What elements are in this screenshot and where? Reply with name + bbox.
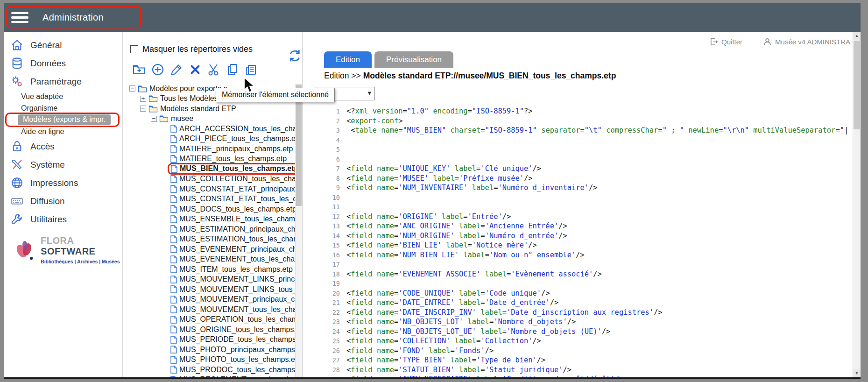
line-number: 28: [303, 365, 346, 375]
models-tree-panel: Masquer les répertoires vides −Modèles p…: [122, 32, 303, 377]
tree-node-label: Modèles standard ETP: [160, 105, 236, 113]
sidebar-item-utilitaires[interactable]: Utilitaires: [4, 210, 122, 228]
line-number: 17: [303, 260, 346, 269]
copy-button[interactable]: [226, 63, 240, 77]
tree-node-mus-mouvement-links-tous-les[interactable]: MUS_MOUVEMENT_LINKS_tous_les_...: [123, 284, 295, 295]
chevron-down-icon: ▾: [367, 89, 371, 97]
sidebar-item-parametrage[interactable]: Paramétrage: [4, 72, 122, 91]
sidebar-subitem-modeles-exports-impr[interactable]: Modèles (exports & impr.: [4, 114, 122, 126]
tooltip: Mémoriser l'élément sélectionné: [216, 88, 335, 102]
tree-node-mus-estimation-principaux-cham[interactable]: MUS_ESTIMATION_principaux_cham...: [123, 224, 295, 234]
folder-icon: [138, 85, 147, 92]
tab-edition[interactable]: Edition: [324, 51, 372, 68]
tree-node-mus-bien-tous-les-champs-etp[interactable]: MUS_BIEN_tous_les_champs.etp: [123, 164, 295, 174]
editor-scrollbar[interactable]: ▲ ▼: [853, 32, 861, 377]
file-icon: [170, 356, 177, 364]
scroll-up-icon[interactable]: ▲: [853, 32, 861, 40]
delete-button[interactable]: [188, 63, 202, 77]
paste-button[interactable]: [244, 63, 258, 77]
brand-flora: FLORA: [41, 235, 74, 246]
sidebar-subitem-vue-adaptee[interactable]: Vue adaptée: [4, 91, 122, 102]
tree-node-mus-reglement-tous-les-champs[interactable]: MUS_REGLEMENT_tous_les_champs...: [123, 375, 295, 378]
tree-node-mus-photo-tous-les-champs-etp[interactable]: MUS_PHOTO_tous_les_champs.etp: [123, 355, 295, 365]
collapse-icon[interactable]: −: [129, 85, 135, 92]
tree-node-mus-ensemble-tous-les-champs-etp[interactable]: MUS_ENSEMBLE_tous_les_champs.etp: [123, 214, 295, 225]
line-number: 27: [303, 355, 346, 365]
code-line: 13<field name='ANC_ORIGINE' label='Ancie…: [303, 221, 853, 231]
code-text: <field name='CODE_UNIQUE' label='Code un…: [346, 289, 550, 298]
edit-button[interactable]: [169, 63, 183, 77]
tree-node-mus-periode-tous-les-champs-etp[interactable]: MUS_PERIODE_tous_les_champs.etp: [123, 335, 295, 345]
scroll-down-icon[interactable]: ▼: [853, 369, 861, 377]
tree-node-mus-collection-tous-les-champs[interactable]: MUS_COLLECTION_tous_les_champs...: [123, 174, 295, 184]
tree-node-matiere-principaux-champs-etp[interactable]: MATIERE_principaux_champs.etp: [123, 144, 295, 154]
tree-node-label: MUS_REGLEMENT_tous_les_champs...: [179, 375, 295, 377]
code-text: <table name="MUS_BIEN" charset="ISO-8859…: [346, 126, 848, 135]
tree-node-mus-evenement-tous-les-champs[interactable]: MUS_EVENEMENT_tous_les_champs....: [123, 255, 295, 265]
quit-button[interactable]: Quitter: [709, 37, 742, 46]
tree-scrollbar[interactable]: [295, 84, 302, 377]
add-button[interactable]: [151, 63, 165, 77]
collapse-icon[interactable]: −: [151, 116, 157, 122]
code-editor[interactable]: 1<?xml version="1.0" encoding="ISO-8859-…: [303, 106, 853, 377]
tree-node-matiere-tous-les-champs-etp[interactable]: MATIERE_tous_les_champs.etp: [123, 154, 295, 164]
tree-scrollbar-thumb[interactable]: [296, 85, 302, 206]
tree-node-label: MUS_MOUVEMENT_tous_les_champ...: [179, 305, 295, 314]
cut-button[interactable]: [207, 63, 221, 77]
sidebar-item-diffusion[interactable]: Diffusion: [4, 192, 122, 210]
tree-node-mus-estimation-tous-les-champs[interactable]: MUS_ESTIMATION_tous_les_champs....: [123, 234, 295, 245]
tab-previsualisation[interactable]: Prévisualisation: [374, 51, 453, 68]
brand-tagline: Bibliothèques | Archives | Musées: [41, 259, 122, 264]
tree-node-label: MUS_PHOTO_tous_les_champs.etp: [179, 355, 295, 364]
tree-node-mus-prodoc-tous-les-champs-etp[interactable]: MUS_PRODOC_tous_les_champs.etp: [123, 365, 295, 375]
user-menu[interactable]: Musée v4 ADMINISTRA: [763, 37, 850, 46]
tree-node-label: MUS_COLLECTION_tous_les_champs...: [179, 175, 295, 183]
tree-node-mus-photo-principaux-champs-etp[interactable]: MUS_PHOTO_principaux_champs.etp: [123, 345, 295, 355]
sidebar-item-general[interactable]: Général: [4, 36, 122, 54]
line-number: 15: [303, 241, 346, 250]
tree-node-arch-accession-tous-les-champs[interactable]: ARCH_ACCESSION_tous_les_champs...: [123, 124, 295, 134]
expand-icon[interactable]: +: [140, 96, 146, 102]
logo-text: FLORA SOFTWARE Bibliothèques | Archives …: [41, 235, 122, 264]
tree-node-mus-docs-tous-les-champs-etp[interactable]: MUS_DOCS_tous_les_champs.etp: [123, 204, 295, 214]
tree-node-mus-evenement-principaux-cham[interactable]: MUS_EVENEMENT_principaux_cham...: [123, 244, 295, 255]
tree-node-mus-item-tous-les-champs-etp[interactable]: MUS_ITEM_tous_les_champs.etp: [123, 264, 295, 275]
new-folder-button[interactable]: [132, 63, 146, 77]
code-line: 24<field name='NB_OBJETS_LOT_UE' label='…: [303, 327, 853, 337]
code-line: 27<field name='TYPE_BIEN' label='Type de…: [303, 355, 853, 365]
tree-node-modeles-standard-etp[interactable]: −Modèles standard ETP: [123, 104, 295, 114]
hamburger-menu-icon[interactable]: [11, 12, 28, 23]
code-line: 5: [303, 145, 853, 155]
tree-node-mus-mouvement-principaux-cha[interactable]: MUS_MOUVEMENT_principaux_cha...: [123, 295, 295, 305]
code-text: <field name='DATE_ENTREE' label='Date d_…: [346, 298, 558, 308]
line-number: 10: [303, 193, 346, 203]
sidebar-item-label: Accès: [30, 141, 55, 152]
tree-node-mus-operation-tous-les-champs[interactable]: MUS_OPERATION_tous_les_champs....: [123, 315, 295, 325]
code-line: 19: [303, 279, 853, 289]
file-icon: [170, 376, 177, 377]
tree-node-mus-mouvement-tous-les-champ[interactable]: MUS_MOUVEMENT_tous_les_champ...: [123, 304, 295, 315]
sidebar-item-impressions[interactable]: Impressions: [4, 174, 122, 192]
quit-label: Quitter: [721, 38, 742, 46]
sidebar-item-systeme[interactable]: Système: [4, 156, 122, 174]
line-number: 23: [303, 317, 346, 327]
refresh-icon[interactable]: [288, 49, 302, 63]
copy-icon: [226, 63, 240, 77]
tree-node-label: MUS_CONSTAT_ETAT_principaux_cha...: [179, 185, 295, 193]
sidebar-subitem-label: Aide en ligne: [21, 127, 64, 136]
sidebar-item-donnees[interactable]: Données: [4, 54, 122, 72]
model-tree: −Modèles pour exports e+Tous les Modèles…: [123, 84, 295, 377]
tree-node-arch-piece-tous-les-champs-etp[interactable]: ARCH_PIECE_tous_les_champs.etp: [123, 134, 295, 144]
tree-node-label: MUS_MOUVEMENT_principaux_cha...: [179, 295, 295, 304]
tree-node-label: MUS_DOCS_tous_les_champs.etp: [179, 205, 295, 213]
sidebar-item-acces[interactable]: Accès: [4, 137, 122, 156]
tree-node-mus-constat-etat-tous-les-cham[interactable]: MUS_CONSTAT_ETAT_tous_les_cham...: [123, 194, 295, 205]
tree-node-mus-origine-tous-les-champs-etp[interactable]: MUS_ORIGINE_tous_les_champs.etp: [123, 325, 295, 335]
collapse-icon[interactable]: −: [140, 106, 146, 112]
sidebar-subitem-aide-en-ligne[interactable]: Aide en ligne: [4, 126, 122, 137]
tree-node-musee[interactable]: −musee: [123, 114, 295, 124]
editor-scrollbar-thumb[interactable]: [854, 41, 860, 129]
tree-node-mus-constat-etat-principaux-cha[interactable]: MUS_CONSTAT_ETAT_principaux_cha...: [123, 184, 295, 194]
hide-empty-dirs-checkbox[interactable]: [130, 45, 138, 53]
tree-node-mus-mouvement-links-principau[interactable]: MUS_MOUVEMENT_LINKS_principau...: [123, 275, 295, 285]
